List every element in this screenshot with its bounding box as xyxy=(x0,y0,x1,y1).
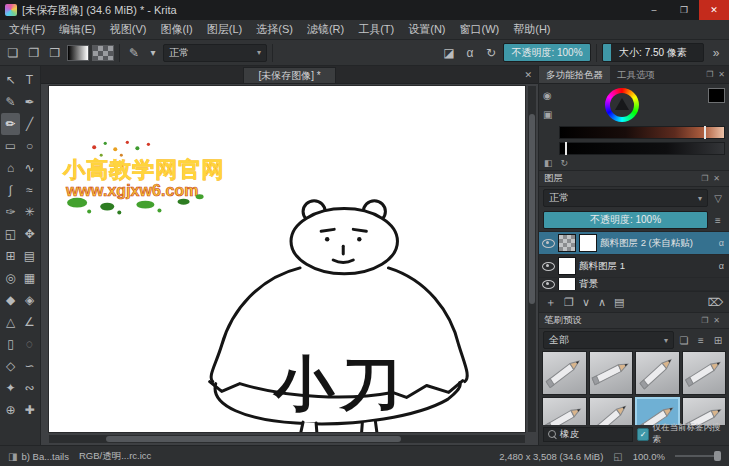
horizontal-scrollbar-thumb[interactable] xyxy=(106,436,401,442)
eraser-mode-icon[interactable]: ◪ xyxy=(440,44,458,62)
color-history-icon[interactable]: ◧ xyxy=(544,158,553,168)
tag-icon[interactable]: ❏ xyxy=(677,335,691,346)
canvas-tab-close-icon[interactable]: ✕ xyxy=(524,70,532,80)
crop-tool[interactable]: ⊞ xyxy=(1,245,20,267)
color-sampler-tool[interactable]: ◎ xyxy=(1,267,20,289)
reload-preset-icon[interactable]: ↻ xyxy=(482,44,500,62)
layer-blend-mode-select[interactable]: 正常 ▾ xyxy=(543,189,708,207)
brush-editor-icon[interactable]: ✎ xyxy=(125,44,143,62)
grid-view-icon[interactable]: ⊞ xyxy=(711,335,725,346)
toolbar-overflow-icon[interactable]: » xyxy=(707,44,725,62)
layer-properties-button[interactable]: ▤ xyxy=(614,296,624,309)
select-shapes-tool[interactable]: ↖ xyxy=(1,69,20,91)
measure-tool[interactable]: ∠ xyxy=(20,311,39,333)
freehand-select-tool[interactable]: ∽ xyxy=(20,355,39,377)
inherit-alpha-icon[interactable]: α xyxy=(719,261,726,271)
zoom-tool[interactable]: ⊕ xyxy=(1,399,20,421)
menu-item-image[interactable]: 图像(I) xyxy=(153,20,199,39)
tab-advanced-color-selector[interactable]: 多功能拾色器 xyxy=(539,66,610,83)
canvas-only-mode-icon[interactable]: ◱ xyxy=(613,451,622,462)
maximize-button[interactable]: ❐ xyxy=(669,0,699,20)
brush-preset-thumbnail[interactable] xyxy=(589,397,634,425)
menu-item-filter[interactable]: 滤镜(R) xyxy=(300,20,351,39)
pan-tool[interactable]: ✚ xyxy=(20,399,39,421)
polygon-tool[interactable]: ⌂ xyxy=(1,157,20,179)
freehand-brush-tool[interactable]: ✏ xyxy=(1,113,20,135)
move-layer-down-button[interactable]: ∨ xyxy=(582,296,590,309)
ellipse-tool[interactable]: ○ xyxy=(20,135,39,157)
brush-preset-thumbnail[interactable] xyxy=(635,397,680,425)
close-dock-icon[interactable]: ✕ xyxy=(713,174,720,183)
delete-layer-button[interactable]: ⌦ xyxy=(707,296,723,309)
color-swap-icon[interactable]: ↻ xyxy=(561,158,569,168)
layer-row-selected[interactable]: 颜料图层 2 (来自粘贴) α xyxy=(539,232,729,255)
zoom-slider-thumb[interactable] xyxy=(714,451,721,461)
bezier-curve-tool[interactable]: ∫ xyxy=(1,179,20,201)
layer-filter-icon[interactable]: ▽ xyxy=(711,193,725,204)
brush-preset-thumbnail[interactable] xyxy=(635,351,680,395)
multibrush-tool[interactable]: ✳ xyxy=(20,201,39,223)
menu-item-settings[interactable]: 设置(N) xyxy=(401,20,452,39)
similar-select-tool[interactable]: ∾ xyxy=(20,377,39,399)
duplicate-layer-button[interactable]: ❐ xyxy=(564,296,574,309)
blend-mode-select[interactable]: 正常 ▾ xyxy=(163,44,267,62)
close-dock-icon[interactable]: ✕ xyxy=(713,316,720,325)
shade-strip-red[interactable] xyxy=(559,126,725,139)
zoom-slider[interactable] xyxy=(675,450,721,462)
move-tool[interactable]: ✥ xyxy=(20,223,39,245)
calligraphy-tool[interactable]: ✒ xyxy=(20,91,39,113)
color-wheel[interactable] xyxy=(605,88,639,122)
dynamic-brush-tool[interactable]: ✑ xyxy=(1,201,20,223)
foreground-color-swatch[interactable] xyxy=(708,88,725,103)
fill-tool[interactable]: ◆ xyxy=(1,289,20,311)
shade-strip-value[interactable] xyxy=(559,142,725,155)
add-layer-button[interactable]: ＋ xyxy=(545,295,556,310)
preset-search-input[interactable]: 橡皮 xyxy=(543,427,633,442)
pattern-swatch[interactable] xyxy=(92,45,114,61)
inherit-alpha-icon[interactable]: α xyxy=(719,238,726,248)
assistants-tool[interactable]: △ xyxy=(1,311,20,333)
freehand-path-tool[interactable]: ≈ xyxy=(20,179,39,201)
palette-icon[interactable]: ◉ xyxy=(543,90,552,101)
menu-item-tools[interactable]: 工具(T) xyxy=(351,20,401,39)
menu-item-edit[interactable]: 编辑(E) xyxy=(52,20,103,39)
layer-opacity-slider[interactable]: 不透明度: 100% xyxy=(543,211,708,229)
tag-filter-select[interactable]: 全部 ▾ xyxy=(543,331,674,349)
polyline-tool[interactable]: ∿ xyxy=(20,157,39,179)
move-layer-up-button[interactable]: ∧ xyxy=(598,296,606,309)
transform-tool[interactable]: ◱ xyxy=(1,223,20,245)
layer-menu-icon[interactable]: ≡ xyxy=(711,215,725,226)
close-button[interactable]: ✕ xyxy=(699,0,729,20)
checkbox-check-icon[interactable]: ✓ xyxy=(637,428,649,441)
menu-item-help[interactable]: 帮助(H) xyxy=(506,20,557,39)
brush-size-slider[interactable]: 大小: 7.50 像素 xyxy=(602,43,704,62)
search-scope-checkbox[interactable]: ✓ 仅在当前标签内搜索 xyxy=(637,422,725,446)
menu-item-layer[interactable]: 图层(L) xyxy=(200,20,249,39)
gradient-swatch[interactable] xyxy=(67,45,89,61)
preserve-alpha-icon[interactable]: α xyxy=(461,44,479,62)
brush-preset-thumbnail[interactable] xyxy=(682,397,727,425)
open-document-icon[interactable]: ❐ xyxy=(25,44,43,62)
float-dock-icon[interactable]: ❐ xyxy=(706,70,713,79)
layer-visibility-icon[interactable] xyxy=(542,239,555,248)
brush-preset-thumbnail[interactable] xyxy=(682,351,727,395)
minimize-button[interactable]: – xyxy=(639,0,669,20)
shade-selector-icon[interactable]: ▣ xyxy=(543,109,552,120)
vertical-scrollbar[interactable] xyxy=(528,86,536,432)
brush-preset-thumbnail[interactable] xyxy=(542,397,587,425)
enclose-fill-tool[interactable]: ◈ xyxy=(20,289,39,311)
tab-tool-options[interactable]: 工具选项 xyxy=(610,66,662,83)
canvas-page[interactable]: 小高教学网官网 www.xgjxw6.com xyxy=(49,86,525,432)
color-profile-status[interactable]: RGB/透明...rc.icc xyxy=(79,450,151,463)
vertical-scrollbar-thumb[interactable] xyxy=(529,114,535,304)
canvas-tab[interactable]: [未保存图像] * xyxy=(243,67,335,83)
new-document-icon[interactable]: ❏ xyxy=(4,44,22,62)
close-dock-icon[interactable]: ✕ xyxy=(718,70,725,79)
rect-select-tool[interactable]: ▯ xyxy=(1,333,20,355)
float-dock-icon[interactable]: ❐ xyxy=(701,174,708,183)
menu-item-select[interactable]: 选择(S) xyxy=(249,20,300,39)
rectangle-tool[interactable]: ▭ xyxy=(1,135,20,157)
list-view-icon[interactable]: ≡ xyxy=(694,335,708,346)
zoom-level-value[interactable]: 100.0% xyxy=(633,451,665,462)
opacity-slider[interactable]: 不透明度: 100% xyxy=(503,43,591,62)
